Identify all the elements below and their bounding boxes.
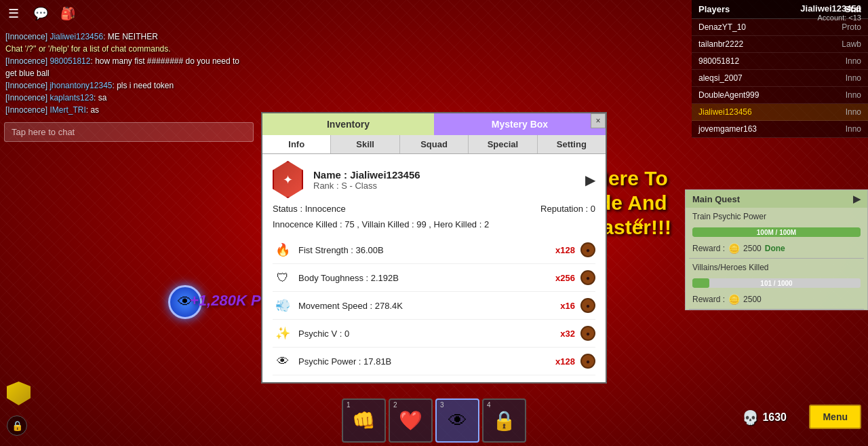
- stat-eye-btn-fist_strength[interactable]: [580, 242, 595, 257]
- menu-button[interactable]: Menu: [809, 405, 861, 429]
- player-row[interactable]: aleqsi_2007 Inno: [692, 70, 868, 87]
- stat-multiplier-movement_speed: x16: [560, 301, 575, 311]
- content-area: ✦ Name : Jialiwei123456 Rank : S - Class…: [262, 154, 606, 382]
- stat-eye-btn-movement_speed[interactable]: [580, 298, 595, 313]
- player-row[interactable]: tailanbr2222 Lawb: [692, 36, 868, 53]
- player-name-rank: Name : Jialiwei123456 Rank : S - Class: [313, 169, 575, 191]
- tab-mystery-box[interactable]: Mystery Box: [434, 113, 606, 135]
- player-status-cell: Inno: [846, 124, 861, 134]
- account-info: Jialiwei123456 Account: <13: [800, 3, 861, 22]
- quest-expand-btn[interactable]: ▶: [853, 193, 861, 204]
- quest-progress-bar: 101 / 1000: [692, 278, 861, 288]
- reward-label: Reward :: [692, 244, 725, 253]
- gold-amount: 1630: [762, 411, 787, 424]
- quest-divider: [689, 309, 864, 310]
- stat-label-psychic_v: Psychic V : 0: [298, 329, 555, 339]
- player-name-cell: tailanbr2222: [698, 39, 842, 49]
- chat-message: [Innocence] jhonantony12345: pls i need …: [5, 79, 252, 92]
- stat-eye-btn-psychic_power[interactable]: [580, 354, 595, 369]
- player-row[interactable]: Jialiwei123456 Inno: [692, 104, 868, 121]
- stat-row-psychic_v: ✨ Psychic V : 0 x32: [273, 320, 595, 348]
- hotbar-slot-1[interactable]: 1 👊: [342, 398, 386, 443]
- reward-amount: 2500: [743, 295, 762, 304]
- stat-label-body_toughness: Body Toughness : 2.192B: [298, 273, 550, 283]
- players-list: DenazYT_10 Proto tailanbr2222 Lawb 98005…: [692, 19, 868, 138]
- inventory-panel: × Inventory Mystery Box InfoSkillSquadSp…: [261, 112, 607, 384]
- hotbar-slot-icon: 👊: [352, 409, 376, 432]
- stat-multiplier-psychic_v: x32: [560, 329, 575, 339]
- quest-title: Main Quest: [692, 194, 740, 204]
- coin-icon: 🪙: [728, 243, 740, 254]
- quest-item: Train Psychic Power 100M / 100M Reward :…: [686, 208, 867, 259]
- hotbar-slot-2[interactable]: 2 ❤️: [389, 398, 433, 443]
- player-name-cell: DoubleAgent999: [698, 90, 846, 100]
- stat-label-movement_speed: Movement Speed : 278.4K: [298, 301, 555, 311]
- sub-tab-skill[interactable]: Skill: [331, 135, 399, 153]
- quest-item: Villains/Heroes Killed 101 / 1000 Reward…: [686, 259, 867, 310]
- stat-icon-fist_strength: 🔥: [273, 240, 293, 260]
- chat-message: [Innocence] 980051812: how many fist ###…: [5, 55, 252, 79]
- quest-items: Train Psychic Power 100M / 100M Reward :…: [686, 208, 867, 310]
- chat-messages: [Innocence] Jialiwei123456: ME NEITHERCh…: [0, 27, 258, 119]
- stat-row-movement_speed: 💨 Movement Speed : 278.4K x16: [273, 292, 595, 320]
- hotbar-slot-4[interactable]: 4 🔒: [482, 398, 526, 443]
- sub-tab-bar: InfoSkillSquadSpecialSetting: [262, 135, 606, 154]
- reputation-label: Reputation : 0: [540, 204, 595, 214]
- player-row[interactable]: jovemgamer163 Inno: [692, 121, 868, 138]
- skull-icon: 💀: [742, 409, 759, 426]
- stat-multiplier-body_toughness: x256: [555, 273, 575, 283]
- sub-tab-setting[interactable]: Setting: [538, 135, 606, 153]
- chat-panel: [Innocence] Jialiwei123456: ME NEITHERCh…: [0, 27, 258, 145]
- quest-item-label: Villains/Heroes Killed: [686, 259, 867, 276]
- player-name-cell: DenazYT_10: [698, 22, 842, 32]
- player-status-cell: Inno: [846, 56, 861, 66]
- chat-icon[interactable]: 💬: [31, 3, 51, 24]
- player-row[interactable]: DoubleAgent999 Inno: [692, 87, 868, 104]
- rank-badge-inner: ✦: [283, 172, 293, 187]
- sub-tab-squad[interactable]: Squad: [400, 135, 469, 153]
- kill-row: Innocence Killed : 75 , Villain Killed :…: [273, 219, 595, 229]
- stat-row-fist_strength: 🔥 Fist Strength : 36.00B x128: [273, 236, 595, 264]
- player-status-cell: Inno: [846, 73, 861, 83]
- lock-icon[interactable]: 🔒: [7, 415, 27, 436]
- hotbar: 1 👊 2 ❤️ 3 👁 4 🔒: [342, 398, 526, 443]
- player-name: Name : Jialiwei123456: [313, 169, 575, 181]
- stat-multiplier-psychic_power: x128: [555, 356, 575, 367]
- stat-icon-body_toughness: 🛡: [273, 267, 293, 288]
- hotbar-slot-num: 2: [393, 401, 397, 409]
- hotbar-slot-icon: ❤️: [399, 409, 422, 432]
- stat-row-body_toughness: 🛡 Body Toughness : 2.192B x256: [273, 264, 595, 292]
- chat-message: [Innocence] IMert_TRI: as: [5, 104, 252, 116]
- stats-container: 🔥 Fist Strength : 36.00B x128 🛡 Body Tou…: [273, 236, 595, 375]
- player-status-cell: Lawb: [842, 39, 861, 49]
- stat-icon-movement_speed: 💨: [273, 295, 293, 316]
- quest-reward: Reward : 🪙 2500: [686, 293, 867, 309]
- arrow-right-btn[interactable]: ▶: [585, 172, 595, 188]
- player-status-cell: Inno: [846, 107, 861, 117]
- hotbar-slot-icon: 👁: [448, 409, 467, 432]
- close-button[interactable]: ×: [591, 113, 606, 128]
- tab-inventory[interactable]: Inventory: [262, 113, 434, 135]
- menu-icon[interactable]: ☰: [3, 3, 24, 24]
- quest-item-label: Train Psychic Power: [686, 208, 867, 225]
- coin-icon: 🪙: [728, 294, 740, 305]
- reward-amount: 2500: [743, 244, 762, 253]
- sub-tab-special[interactable]: Special: [469, 135, 537, 153]
- gold-count: 💀 1630: [742, 409, 787, 426]
- stat-eye-btn-body_toughness[interactable]: [580, 270, 595, 285]
- hotbar-slot-3[interactable]: 3 👁: [435, 398, 479, 443]
- bag-icon[interactable]: 🎒: [58, 3, 78, 24]
- quest-panel: Main Quest ▶ Train Psychic Power 100M / …: [685, 189, 868, 310]
- hotbar-slot-num: 4: [487, 401, 491, 409]
- chat-input[interactable]: Tap here to chat: [4, 122, 254, 142]
- players-col-name: Players: [692, 0, 780, 18]
- account-username: Jialiwei123456: [800, 3, 861, 14]
- stat-label-fist_strength: Fist Strength : 36.00B: [298, 245, 550, 255]
- stat-icon-psychic_power: 👁: [273, 351, 293, 371]
- sub-tab-info[interactable]: Info: [262, 135, 331, 153]
- player-row[interactable]: 980051812 Inno: [692, 53, 868, 70]
- stat-eye-btn-psychic_v[interactable]: [580, 326, 595, 341]
- top-toolbar: ☰ 💬 🎒: [3, 3, 78, 24]
- quest-done-label: Done: [765, 244, 785, 253]
- stat-multiplier-fist_strength: x128: [555, 245, 575, 255]
